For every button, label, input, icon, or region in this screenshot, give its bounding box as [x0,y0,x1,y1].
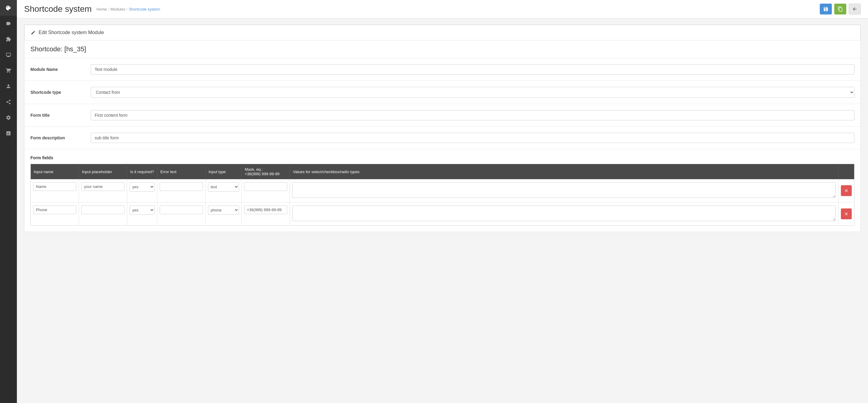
cell-mask-2 [242,202,290,226]
sidebar-item-analytics[interactable] [0,125,17,141]
form-title-section: Form title [24,104,861,127]
th-error: Error text [157,164,206,179]
th-placeholder: Input placeholder [79,164,127,179]
input-name-2[interactable] [33,205,76,214]
cell-error-2 [157,202,206,226]
input-mask-1[interactable] [244,182,287,191]
delete-row-2-button[interactable] [841,208,852,219]
select-type-1[interactable]: text email phone select checkbox radio t… [208,182,239,192]
th-action [838,164,855,179]
page-title: Shortcode system [24,4,92,14]
cell-type-2: text email phone select checkbox radio t… [206,202,242,226]
textarea-values-2[interactable] [292,205,836,221]
header-actions [820,4,861,15]
select-type-2[interactable]: text email phone select checkbox radio t… [208,205,239,215]
module-card: Edit Shortcode system Module Shortcode: … [24,24,861,232]
module-name-label: Module Name [30,67,91,72]
content-area: Edit Shortcode system Module Shortcode: … [17,19,868,238]
th-input-name: Input name [31,164,79,179]
shortcode-type-select[interactable]: Contact from Gallery Slider [91,87,855,98]
select-required-1[interactable]: yes no [130,182,155,192]
edit-header-title: Edit Shortcode system Module [38,30,104,35]
breadcrumb-sep-1: / [108,7,110,11]
form-description-input[interactable] [91,133,855,143]
breadcrumb-modules[interactable]: Modules [110,7,125,11]
back-button[interactable] [849,4,861,15]
th-values: Values for select/checkbox/radio types [290,164,838,179]
cell-action-2 [838,202,855,226]
breadcrumb-home[interactable]: Home [96,7,107,11]
sidebar-item-share[interactable] [0,94,17,110]
form-description-label: Form description [30,136,91,140]
sidebar [0,0,17,403]
sidebar-item-modules[interactable] [0,31,17,47]
sidebar-item-user[interactable] [0,79,17,94]
shortcode-type-section: Shortcode type Contact from Gallery Slid… [24,81,861,104]
table-row: yes no text email [31,179,855,202]
sidebar-item-cart[interactable] [0,63,17,79]
textarea-values-1[interactable] [292,182,836,198]
input-name-1[interactable] [33,182,76,191]
table-row: yes no text email [31,202,855,226]
form-fields-section: Form fields Input name Input placeholder… [24,149,861,232]
th-required: Is it required? [127,164,157,179]
cell-action-1 [838,179,855,202]
shortcode-type-label: Shortcode type [30,90,91,95]
cell-placeholder-2 [79,202,127,226]
pencil-icon [31,30,36,35]
cell-error-1 [157,179,206,202]
th-type: Input type [206,164,242,179]
sidebar-item-tags[interactable] [0,16,17,31]
breadcrumb-sep-2: / [127,7,128,11]
shortcode-label: Shortcode: [hs_35] [30,45,855,53]
cell-placeholder-1 [79,179,127,202]
page-header: Shortcode system Home / Modules / Shortc… [17,0,868,19]
th-mask: Mask, eq.:+38(999) 999-99-99 [242,164,290,179]
main-content: Shortcode system Home / Modules / Shortc… [17,0,868,403]
sidebar-item-palette[interactable] [0,0,17,16]
breadcrumb: Home / Modules / Shortcode system [96,7,160,11]
form-title-label: Form title [30,113,91,118]
form-fields-title: Form fields [30,155,855,160]
delete-row-1-button[interactable] [841,185,852,196]
cell-name-2 [31,202,79,226]
fields-table: Input name Input placeholder Is it requi… [30,164,855,226]
cell-required-2: yes no [127,202,157,226]
form-description-section: Form description [24,127,861,149]
cell-name-1 [31,179,79,202]
cell-values-1 [290,179,838,202]
sidebar-item-monitor[interactable] [0,47,17,63]
header-left: Shortcode system Home / Modules / Shortc… [24,4,160,14]
cell-values-2 [290,202,838,226]
cell-required-1: yes no [127,179,157,202]
copy-button[interactable] [834,4,846,15]
breadcrumb-current: Shortcode system [129,7,160,11]
cell-type-1: text email phone select checkbox radio t… [206,179,242,202]
table-header-row: Input name Input placeholder Is it requi… [31,164,855,179]
input-placeholder-2[interactable] [82,205,124,214]
shortcode-title-section: Shortcode: [hs_35] [24,40,861,58]
cell-mask-1 [242,179,290,202]
module-name-input[interactable] [91,64,855,75]
save-button[interactable] [820,4,832,15]
input-error-2[interactable] [160,205,203,214]
sidebar-item-settings[interactable] [0,110,17,125]
input-error-1[interactable] [160,182,203,191]
module-name-section: Module Name [24,58,861,81]
select-required-2[interactable]: yes no [130,205,155,215]
input-placeholder-1[interactable] [82,182,124,191]
edit-header: Edit Shortcode system Module [24,25,861,40]
form-title-input[interactable] [91,110,855,120]
input-mask-2[interactable] [244,205,287,214]
